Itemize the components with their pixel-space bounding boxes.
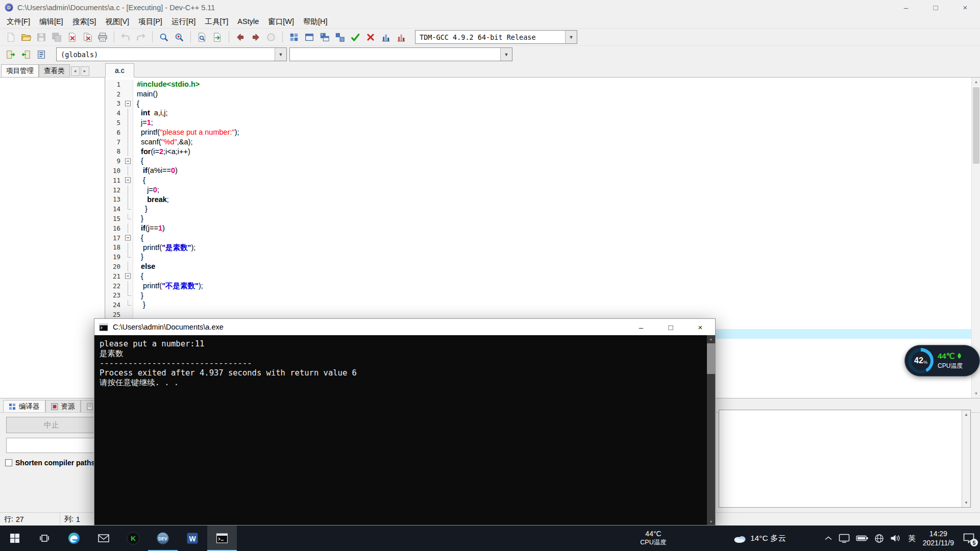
find-next-button[interactable]	[194, 30, 210, 45]
volume-icon[interactable]	[890, 534, 901, 542]
taskbar-edge-button[interactable]	[59, 525, 89, 551]
code-line-20[interactable]: 20 else	[106, 262, 971, 271]
compile-log-scrollbar[interactable]: ▲ ▼	[962, 410, 970, 507]
line-number[interactable]: 4	[106, 108, 123, 118]
profile-button[interactable]	[378, 30, 394, 45]
line-number[interactable]: 17	[106, 233, 123, 243]
line-number[interactable]: 15	[106, 214, 123, 223]
line-number[interactable]: 22	[106, 281, 123, 291]
console-scrollbar[interactable]: ▲ ▼	[707, 335, 715, 525]
line-number[interactable]: 14	[106, 204, 123, 214]
fold-collapse-icon[interactable]	[125, 273, 131, 279]
editor-tab-ac[interactable]: a.c	[105, 63, 134, 78]
menu-item-tools[interactable]: 工具[T]	[200, 15, 233, 28]
line-number[interactable]: 8	[106, 147, 123, 157]
goto-line-button[interactable]	[210, 30, 225, 45]
close-all-button[interactable]	[80, 30, 95, 45]
debug-button[interactable]	[348, 30, 363, 45]
line-number[interactable]: 7	[106, 137, 123, 147]
abort-button[interactable]: 中止	[6, 417, 97, 433]
line-number[interactable]: 6	[106, 128, 123, 137]
compiler-select[interactable]: TDM-GCC 4.9.2 64-bit Release ▼	[415, 30, 577, 44]
code-line-7[interactable]: 7 scanf("%d",&a);	[106, 137, 971, 147]
code-line-11[interactable]: 11 {	[106, 176, 971, 185]
code-line-9[interactable]: 9 {	[106, 156, 971, 166]
editor-scrollbar-thumb[interactable]	[973, 87, 979, 164]
line-number[interactable]: 23	[106, 291, 123, 300]
code-line-8[interactable]: 8 for(i=2;i<a;i++)	[106, 147, 971, 157]
forward-button[interactable]	[248, 30, 263, 45]
menu-item-window[interactable]: 窗口[W]	[263, 15, 299, 28]
code-line-10[interactable]: 10 if(a%i==0)	[106, 166, 971, 176]
rebuild-all-button[interactable]	[332, 30, 348, 45]
line-number[interactable]: 24	[106, 300, 123, 310]
members-select[interactable]: ▼	[289, 47, 512, 61]
menu-item-search[interactable]: 搜索[S]	[68, 15, 101, 28]
line-number[interactable]: 13	[106, 195, 123, 205]
code-line-15[interactable]: 15 }	[106, 214, 971, 223]
tab-project-manager[interactable]: 项目管理	[1, 64, 39, 77]
line-number[interactable]: 11	[106, 176, 123, 185]
left-tabs-scroll-right[interactable]: ►	[81, 66, 89, 76]
toggle-bookmark-button[interactable]	[18, 47, 34, 62]
menu-item-file[interactable]: 文件[F]	[2, 15, 35, 28]
close-file-button[interactable]	[64, 30, 80, 45]
code-line-14[interactable]: 14 }	[106, 204, 971, 214]
taskbar-start-button[interactable]	[0, 525, 30, 551]
console-minimize-button[interactable]: –	[626, 319, 656, 335]
fold-collapse-icon[interactable]	[125, 101, 131, 106]
line-number[interactable]: 9	[106, 156, 123, 166]
code-line-6[interactable]: 6 printf("please put a number:");	[106, 128, 971, 137]
network-icon[interactable]	[874, 534, 884, 543]
console-output-area[interactable]: please put a number:11是素数---------------…	[94, 335, 715, 525]
line-number[interactable]: 12	[106, 185, 123, 195]
code-line-1[interactable]: 1#include<stdio.h>	[106, 80, 971, 89]
back-button[interactable]	[233, 30, 248, 45]
goto-bookmark-button[interactable]	[34, 47, 49, 62]
shorten-paths-checkbox[interactable]	[5, 459, 12, 466]
left-tabs-scroll-left[interactable]: ◄	[71, 66, 80, 76]
console-scrollbar-thumb[interactable]	[707, 343, 715, 374]
code-line-22[interactable]: 22 printf("不是素数");	[106, 281, 971, 291]
line-number[interactable]: 3	[106, 99, 123, 109]
scroll-down-icon[interactable]: ▼	[707, 518, 715, 525]
line-number[interactable]: 1	[106, 80, 123, 89]
fold-collapse-icon[interactable]	[125, 158, 131, 164]
action-center-button[interactable]: 5	[960, 525, 977, 551]
tab-compiler[interactable]: 编译器	[3, 400, 45, 412]
scroll-down-icon[interactable]: ▼	[962, 498, 970, 507]
taskbar-console-app-button[interactable]	[207, 525, 237, 551]
scroll-down-icon[interactable]: ▼	[972, 389, 980, 398]
code-line-13[interactable]: 13 break;	[106, 195, 971, 205]
code-line-21[interactable]: 21 {	[106, 271, 971, 281]
line-number[interactable]: 19	[106, 252, 123, 262]
taskbar-clock[interactable]: 14:29 2021/11/9	[923, 529, 954, 547]
ide-maximize-button[interactable]: □	[921, 0, 950, 15]
code-line-16[interactable]: 16 if(j==1)	[106, 223, 971, 233]
scroll-up-icon[interactable]: ▲	[972, 78, 980, 86]
find-button[interactable]	[156, 30, 172, 45]
taskbar-mail-button[interactable]	[89, 525, 118, 551]
code-line-18[interactable]: 18 printf("是素数");	[106, 243, 971, 253]
menu-item-astyle[interactable]: AStyle	[233, 16, 263, 27]
console-window[interactable]: C:\Users\admin\Documents\a.exe – □ × ple…	[94, 318, 716, 525]
code-line-2[interactable]: 2main()	[106, 89, 971, 99]
insert-snippet-button[interactable]	[3, 47, 18, 62]
scroll-up-icon[interactable]: ▲	[962, 410, 970, 419]
taskbar-cpu-temp[interactable]: 44°C CPU温度	[628, 525, 679, 551]
taskbar-weather[interactable]: 14°C 多云	[733, 525, 786, 551]
show-hidden-icons-chevron[interactable]	[824, 536, 832, 541]
abort-compilation-button[interactable]	[363, 30, 378, 45]
line-number[interactable]: 2	[106, 89, 123, 99]
taskbar-dev-cpp-button[interactable]: DEV	[148, 525, 178, 551]
menu-item-run[interactable]: 运行[R]	[167, 15, 201, 28]
menu-item-project[interactable]: 项目[P]	[134, 15, 167, 28]
menu-item-help[interactable]: 帮助[H]	[299, 15, 332, 28]
code-line-19[interactable]: 19 }	[106, 252, 971, 262]
line-number[interactable]: 10	[106, 166, 123, 176]
replace-button[interactable]	[172, 30, 187, 45]
line-number[interactable]: 16	[106, 223, 123, 233]
code-line-23[interactable]: 23 }	[106, 291, 971, 300]
open-file-button[interactable]	[18, 30, 34, 45]
ide-minimize-button[interactable]: –	[891, 0, 921, 15]
